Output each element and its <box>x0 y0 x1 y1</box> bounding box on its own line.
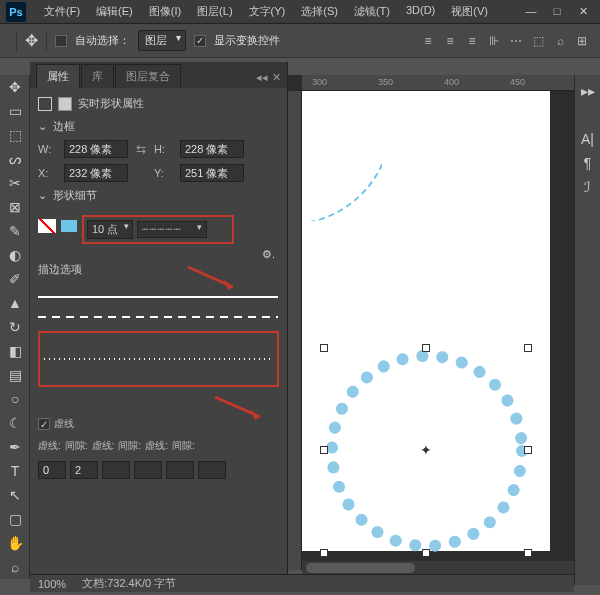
tab-properties[interactable]: 属性 <box>36 64 80 88</box>
transform-handle[interactable] <box>422 344 430 352</box>
stamp-tool[interactable]: ▲ <box>0 291 30 315</box>
auto-select-checkbox[interactable] <box>55 35 67 47</box>
section-shape[interactable]: 形状细节 <box>38 188 279 203</box>
input-height[interactable] <box>180 140 244 158</box>
stroke-style-select[interactable]: ┈┈┈┈┈ <box>137 221 207 238</box>
panel-close-icon[interactable]: ✕ <box>272 71 281 84</box>
menu-select[interactable]: 选择(S) <box>293 0 346 23</box>
search-icon[interactable]: ⌕ <box>550 31 570 51</box>
healing-tool[interactable]: ◐ <box>0 243 30 267</box>
input-width[interactable] <box>64 140 128 158</box>
glyphs-panel-icon[interactable]: ℐ <box>584 179 591 199</box>
gradient-tool[interactable]: ▤ <box>0 363 30 387</box>
hand-tool[interactable]: ✋ <box>0 531 30 555</box>
path-select-tool[interactable]: ↖ <box>0 483 30 507</box>
menu-file[interactable]: 文件(F) <box>36 0 88 23</box>
options-bar: ✥ 自动选择： 图层 ✓ 显示变换控件 ≡ ≡ ≡ ⊪ ⋯ ⬚ ⌕ ⊞ <box>0 24 600 58</box>
gap1-label: 间隙: <box>65 439 88 453</box>
gap3-input[interactable] <box>198 461 226 479</box>
dashed-label: 虚线 <box>54 417 74 431</box>
gap2-input[interactable] <box>134 461 162 479</box>
shape-tool[interactable]: ▢ <box>0 507 30 531</box>
auto-select-label: 自动选择： <box>75 33 130 48</box>
zoom-level[interactable]: 100% <box>38 578 66 590</box>
lasso-tool[interactable]: ᔕ <box>0 147 30 171</box>
transform-handle[interactable] <box>524 446 532 454</box>
menu-type[interactable]: 文字(Y) <box>241 0 294 23</box>
history-brush-tool[interactable]: ↻ <box>0 315 30 339</box>
tab-layer-comps[interactable]: 图层复合 <box>115 64 181 88</box>
stroke-swatch[interactable] <box>60 219 78 233</box>
gap3-label: 间隙: <box>172 439 195 453</box>
section-bbox[interactable]: 边框 <box>38 119 279 134</box>
dash2-input[interactable] <box>102 461 130 479</box>
stroke-sample-dotted[interactable] <box>44 349 273 369</box>
character-panel-icon[interactable]: A| <box>581 131 594 151</box>
transform-handle[interactable] <box>524 549 532 557</box>
input-y[interactable] <box>180 164 244 182</box>
menu-image[interactable]: 图像(I) <box>141 0 189 23</box>
crop-tool[interactable]: ✂ <box>0 171 30 195</box>
distribute-icon[interactable]: ⊪ <box>484 31 504 51</box>
more-icon[interactable]: ⋯ <box>506 31 526 51</box>
marquee-tool[interactable]: ⬚ <box>0 123 30 147</box>
ruler-vertical[interactable] <box>288 91 302 570</box>
eyedropper-tool[interactable]: ✎ <box>0 219 30 243</box>
brush-tool[interactable]: ✐ <box>0 267 30 291</box>
transform-handle[interactable] <box>320 344 328 352</box>
dash3-input[interactable] <box>166 461 194 479</box>
menu-view[interactable]: 视图(V) <box>443 0 496 23</box>
dash1-input[interactable] <box>38 461 66 479</box>
window-close[interactable]: ✕ <box>574 5 592 18</box>
label-h: H: <box>154 143 172 155</box>
pen-tool[interactable]: ✒ <box>0 435 30 459</box>
transform-center-icon[interactable]: ✦ <box>420 444 432 456</box>
3d-mode-icon[interactable]: ⬚ <box>528 31 548 51</box>
window-maximize[interactable]: □ <box>548 5 566 18</box>
link-wh-icon[interactable]: ⇆ <box>136 142 146 156</box>
window-minimize[interactable]: — <box>522 5 540 18</box>
status-bar: 100% 文档:732.4K/0 字节 <box>30 574 574 592</box>
blur-tool[interactable]: ○ <box>0 387 30 411</box>
transform-handle[interactable] <box>320 549 328 557</box>
tab-libraries[interactable]: 库 <box>81 64 114 88</box>
move-tool[interactable]: ✥ <box>0 75 30 99</box>
frame-tool[interactable]: ⊠ <box>0 195 30 219</box>
zoom-tool[interactable]: ⌕ <box>0 555 30 579</box>
dash1-label: 虚线: <box>38 439 61 453</box>
type-tool[interactable]: T <box>0 459 30 483</box>
horizontal-scrollbar[interactable] <box>302 561 574 575</box>
gap1-input[interactable] <box>70 461 98 479</box>
menu-edit[interactable]: 编辑(E) <box>88 0 141 23</box>
show-transform-checkbox[interactable]: ✓ <box>194 35 206 47</box>
menu-filter[interactable]: 滤镜(T) <box>346 0 398 23</box>
auto-select-target[interactable]: 图层 <box>138 30 186 51</box>
align-left-icon[interactable]: ≡ <box>418 31 438 51</box>
input-x[interactable] <box>64 164 128 182</box>
workspace-icon[interactable]: ⊞ <box>572 31 592 51</box>
align-center-icon[interactable]: ≡ <box>440 31 460 51</box>
dashed-checkbox[interactable]: ✓ <box>38 418 50 430</box>
panel-collapse-icon[interactable]: ◂◂ <box>256 71 268 84</box>
dodge-tool[interactable]: ☾ <box>0 411 30 435</box>
transform-handle[interactable] <box>524 344 532 352</box>
stroke-sample-dashed[interactable] <box>38 307 279 327</box>
align-right-icon[interactable]: ≡ <box>462 31 482 51</box>
menu-layer[interactable]: 图层(L) <box>189 0 240 23</box>
stroke-options-label: 描边选项 <box>38 263 82 275</box>
transform-handle[interactable] <box>320 446 328 454</box>
document-canvas[interactable]: ✦ <box>302 91 550 551</box>
doc-info[interactable]: 文档:732.4K/0 字节 <box>82 576 176 591</box>
stroke-width-select[interactable]: 10 点 <box>87 220 133 239</box>
stroke-sample-solid[interactable] <box>38 287 279 307</box>
paragraph-panel-icon[interactable]: ¶ <box>584 155 592 175</box>
eraser-tool[interactable]: ◧ <box>0 339 30 363</box>
expand-panels-icon[interactable]: ▸▸ <box>581 83 595 103</box>
artboard-tool[interactable]: ▭ <box>0 99 30 123</box>
menu-3d[interactable]: 3D(D) <box>398 0 443 23</box>
fill-swatch[interactable] <box>38 219 56 233</box>
ruler-horizontal[interactable]: 300 350 400 450 <box>302 75 574 91</box>
gear-icon[interactable]: ⚙. <box>262 248 275 261</box>
transform-handle[interactable] <box>422 549 430 557</box>
move-tool-icon[interactable]: ✥ <box>25 31 38 50</box>
